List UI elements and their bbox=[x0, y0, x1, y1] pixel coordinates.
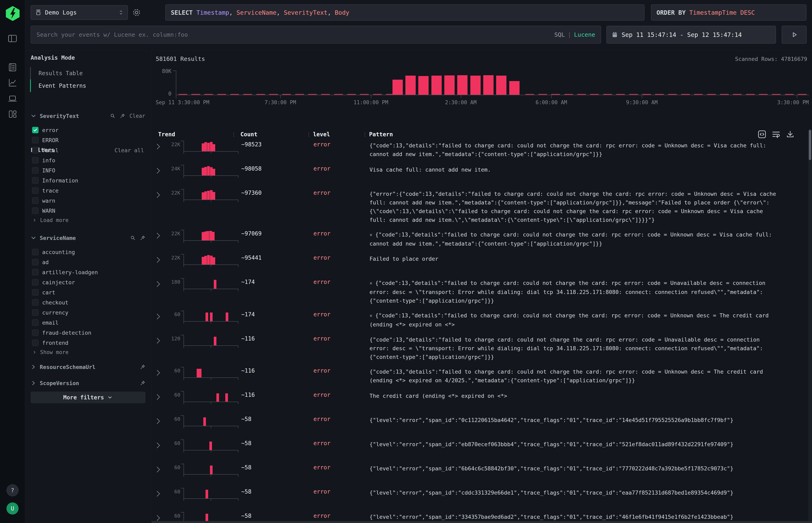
col-trend[interactable]: Trend bbox=[158, 131, 175, 138]
wrap-text-icon[interactable] bbox=[772, 130, 780, 139]
date-range-picker[interactable]: Sep 11 15:47:14 - Sep 12 15:47:14 bbox=[606, 26, 776, 43]
expand-chevron-icon[interactable] bbox=[152, 415, 162, 426]
chart-icon[interactable] bbox=[7, 78, 18, 88]
pattern-row[interactable]: 60~116error{"code":13,"details":"failed … bbox=[152, 367, 808, 385]
column-menu-icon[interactable]: ⋮ bbox=[306, 131, 311, 137]
checkbox-unchecked[interactable] bbox=[32, 289, 38, 295]
checkbox-unchecked[interactable] bbox=[32, 309, 38, 316]
filter-option-INFO[interactable]: INFO bbox=[32, 165, 145, 175]
app-logo[interactable] bbox=[5, 6, 20, 21]
pin-icon[interactable] bbox=[140, 364, 145, 369]
help-button[interactable]: ? bbox=[6, 484, 19, 497]
pattern-row[interactable]: 60~58error{"level":"error","span_id":"cd… bbox=[152, 488, 808, 506]
column-menu-icon[interactable]: ⋮ bbox=[362, 131, 367, 137]
search-icon[interactable] bbox=[130, 235, 136, 240]
order-by-input[interactable]: ORDER BY TimestampTime DESC bbox=[651, 4, 806, 21]
logs-icon[interactable] bbox=[7, 62, 18, 73]
pattern-row[interactable]: 60~58error{"level":"error","span_id":"eb… bbox=[152, 439, 808, 458]
pattern-row[interactable]: 22K~97360error{"error":{"code":13,"detai… bbox=[152, 189, 808, 224]
pattern-row[interactable]: 120~116error{"code":13,"details":"failed… bbox=[152, 335, 808, 361]
more-filters-button[interactable]: More filters bbox=[31, 392, 145, 403]
checkbox-unchecked[interactable] bbox=[32, 259, 38, 265]
expand-chevron-icon[interactable] bbox=[152, 439, 162, 450]
expand-chevron-icon[interactable] bbox=[152, 141, 162, 151]
vertical-scrollbar[interactable] bbox=[808, 129, 812, 522]
source-select[interactable]: Demo Logs bbox=[31, 5, 128, 20]
download-icon[interactable] bbox=[786, 130, 795, 139]
expand-chevron-icon[interactable] bbox=[152, 311, 162, 321]
checkbox-unchecked[interactable] bbox=[32, 187, 38, 194]
checkbox-unchecked[interactable] bbox=[32, 340, 38, 346]
analysis-mode-item-event-patterns[interactable]: Event Patterns bbox=[30, 79, 145, 92]
filter-option-error[interactable]: error bbox=[32, 125, 145, 135]
expand-chevron-icon[interactable] bbox=[152, 335, 162, 345]
checkbox-unchecked[interactable] bbox=[32, 208, 38, 214]
checkbox-checked[interactable] bbox=[32, 127, 38, 133]
expand-chevron-icon[interactable] bbox=[152, 278, 162, 289]
pin-icon[interactable] bbox=[140, 380, 145, 386]
filter-option-trace[interactable]: trace bbox=[32, 185, 145, 196]
expand-chevron-icon[interactable] bbox=[152, 165, 162, 175]
checkbox-unchecked[interactable] bbox=[32, 167, 38, 174]
checkbox-unchecked[interactable] bbox=[32, 269, 38, 275]
filter-option-cainjector[interactable]: cainjector bbox=[32, 277, 145, 287]
avatar[interactable]: U bbox=[6, 502, 19, 515]
checkbox-unchecked[interactable] bbox=[32, 197, 38, 204]
filter-option-warn[interactable]: warn bbox=[32, 196, 145, 206]
filter-option-info[interactable]: info bbox=[32, 155, 145, 165]
expand-chevron-icon[interactable] bbox=[152, 488, 162, 499]
pattern-row[interactable]: 24K~98058errorVisa cache full: cannot ad… bbox=[152, 165, 808, 183]
expand-chevron-icon[interactable] bbox=[152, 254, 162, 265]
sql-select-input[interactable]: SELECT Timestamp, ServiceName, SeverityT… bbox=[165, 4, 645, 21]
checkbox-unchecked[interactable] bbox=[32, 249, 38, 255]
pin-icon[interactable] bbox=[120, 113, 125, 119]
pattern-row[interactable]: 22K~97069error×{"code":13,"details":"fai… bbox=[152, 230, 808, 248]
clear-filter-button[interactable]: Clear bbox=[129, 113, 145, 119]
exclude-x-icon[interactable]: × bbox=[370, 313, 372, 319]
col-count[interactable]: Count bbox=[241, 131, 257, 138]
sessions-icon[interactable] bbox=[7, 93, 18, 104]
pattern-row[interactable]: 60~58error{"level":"error","span_id":"0c… bbox=[152, 415, 808, 434]
filter-option-Information[interactable]: Information bbox=[32, 175, 145, 185]
results-histogram[interactable]: 80K 0 Sep 11 3:30:00 PM7:30:00 PM11:00:0… bbox=[152, 50, 812, 103]
analysis-mode-item-results-table[interactable]: Results Table bbox=[30, 67, 145, 79]
expand-chevron-icon[interactable] bbox=[152, 367, 162, 377]
filter-group-ResourceSchemaUrl[interactable]: ResourceSchemaUrl bbox=[30, 362, 145, 372]
pattern-row[interactable]: 60~116errorThe credit card (ending <*> e… bbox=[152, 391, 808, 410]
filter-option-accounting[interactable]: accounting bbox=[32, 247, 145, 257]
pattern-row[interactable]: 22K~95441errorFailed to place order bbox=[152, 254, 808, 273]
filter-option-cart[interactable]: cart bbox=[32, 287, 145, 297]
checkbox-unchecked[interactable] bbox=[32, 147, 38, 154]
checkbox-unchecked[interactable] bbox=[32, 329, 38, 336]
filter-option-frontend[interactable]: frontend bbox=[32, 338, 145, 348]
expand-chevron-icon[interactable] bbox=[152, 512, 162, 521]
filter-option-artillery-loadgen[interactable]: artillery-loadgen bbox=[32, 267, 145, 277]
view-source-icon[interactable] bbox=[758, 130, 766, 139]
checkbox-unchecked[interactable] bbox=[32, 177, 38, 184]
pattern-row[interactable]: 180~174error×{"code":13,"details":"faile… bbox=[152, 278, 808, 305]
expand-chevron-icon[interactable] bbox=[152, 391, 162, 402]
filter-option-fraud-detection[interactable]: fraud-detection bbox=[32, 328, 145, 338]
pattern-row[interactable]: 60~174error×{"code":13,"details":"failed… bbox=[152, 311, 808, 329]
gear-icon[interactable] bbox=[132, 8, 141, 17]
search-icon[interactable] bbox=[110, 113, 116, 119]
filter-option-WARN[interactable]: WARN bbox=[32, 206, 145, 216]
col-level[interactable]: level bbox=[313, 131, 330, 138]
filter-group-ServiceName[interactable]: ServiceName bbox=[30, 233, 145, 243]
checkbox-unchecked[interactable] bbox=[32, 299, 38, 306]
pattern-row[interactable]: 60~58error{"level":"error","span_id":"6b… bbox=[152, 464, 808, 482]
exclude-x-icon[interactable]: × bbox=[370, 281, 372, 286]
scrollbar-thumb[interactable] bbox=[809, 130, 811, 160]
lucene-mode-button[interactable]: Lucene bbox=[574, 31, 595, 38]
column-menu-icon[interactable]: ⋮ bbox=[231, 131, 236, 137]
sql-mode-button[interactable]: SQL bbox=[554, 31, 565, 38]
horizontal-scrollbar[interactable] bbox=[152, 521, 812, 523]
load-more-button[interactable]: Show more bbox=[32, 348, 69, 357]
expand-chevron-icon[interactable] bbox=[152, 464, 162, 474]
pattern-row[interactable]: 22K~98523error{"code":13,"details":"fail… bbox=[152, 141, 808, 159]
run-query-button[interactable] bbox=[782, 26, 807, 43]
col-pattern[interactable]: Pattern bbox=[369, 131, 393, 138]
exclude-x-icon[interactable]: × bbox=[370, 232, 372, 238]
pattern-row[interactable]: 60~58error{"level":"error","span_id":"33… bbox=[152, 512, 808, 521]
filter-option-ERROR[interactable]: ERROR bbox=[32, 135, 145, 145]
